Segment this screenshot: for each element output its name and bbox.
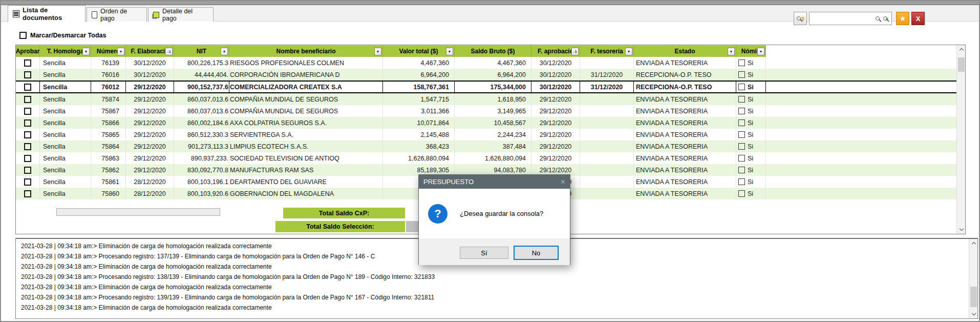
approve-checkbox[interactable] <box>24 167 31 174</box>
filter-dropdown-icon[interactable]: ▼ <box>728 48 735 55</box>
table-row[interactable]: Sencilla7601229/12/2020900,152,737.6COME… <box>16 80 965 93</box>
cell-aprobar[interactable] <box>16 69 40 80</box>
cell-aprobar[interactable] <box>16 105 40 117</box>
approve-checkbox[interactable] <box>24 71 31 78</box>
column-header-n-mero[interactable]: Número▼ <box>91 45 126 57</box>
favorite-button[interactable]: ★ <box>896 12 909 25</box>
table-row[interactable]: Sencilla7587429/12/2020860,037,013.6COMP… <box>16 93 965 105</box>
column-header-f-tesorer-a[interactable]: F. tesorería▼ <box>580 45 634 57</box>
tab-lista-de-documentos[interactable]: Lista de documentos <box>8 5 86 22</box>
cell-aprobar[interactable] <box>16 176 40 188</box>
table-row[interactable]: Sencilla7586629/12/2020860,002,184.6AXA … <box>16 117 965 129</box>
nomina-checkbox[interactable] <box>738 167 745 173</box>
cell-aprobar[interactable] <box>16 152 40 164</box>
approve-checkbox[interactable] <box>24 178 31 186</box>
approve-checkbox[interactable] <box>24 84 31 91</box>
nomina-label: Si <box>748 71 753 78</box>
nomina-label: Si <box>748 119 753 127</box>
cell-beneficiario: SOCIEDAD TELEVISION DE ANTIOQ <box>229 152 383 164</box>
cell-estado: ENVIADA A TESORERIA <box>634 152 736 164</box>
table-row[interactable]: Sencilla7601630/12/202044,444,404.CORPOR… <box>16 69 965 80</box>
approve-checkbox[interactable] <box>24 108 31 115</box>
approve-checkbox[interactable] <box>24 131 31 138</box>
no-button[interactable]: No <box>514 246 559 260</box>
column-header-f-aprobaci-[interactable]: F. aprobació↓1 <box>531 45 580 57</box>
column-header-nit[interactable]: NIT▼ <box>174 45 229 57</box>
nomina-checkbox[interactable] <box>738 143 745 150</box>
cell-aprobar[interactable] <box>16 188 40 199</box>
cell-aprobar[interactable] <box>16 117 40 129</box>
cell-aprobar[interactable] <box>16 140 40 152</box>
sort-icon[interactable]: ↓1 <box>571 48 579 55</box>
nomina-checkbox[interactable] <box>738 96 745 103</box>
tab-orden-de-pago[interactable]: Orden de pago <box>87 7 147 22</box>
filter-dropdown-icon[interactable]: ▼ <box>446 48 453 55</box>
column-header-aprobar[interactable]: Aprobar <box>16 45 40 57</box>
table-row[interactable]: Sencilla7586729/12/2020860,037,013.6COMP… <box>16 105 965 117</box>
cell-saldo: 3,149,965 <box>455 105 531 117</box>
filter-dropdown-icon[interactable]: ▼ <box>117 48 124 55</box>
table-row[interactable]: Sencilla7586329/12/2020890,937,233.SOCIE… <box>16 152 965 164</box>
filter-dropdown-icon[interactable]: ▼ <box>82 48 90 55</box>
column-header-estado[interactable]: Estado▼ <box>634 45 736 57</box>
dialog-close-icon[interactable]: × <box>561 178 565 186</box>
yes-button[interactable]: Sí <box>460 247 508 259</box>
filter-dropdown-icon[interactable]: ▼ <box>625 48 632 55</box>
filter-dropdown-icon[interactable]: ▼ <box>374 48 381 55</box>
column-header-saldo-bruto-[interactable]: Saldo Bruto ($) <box>455 45 531 57</box>
sort-icon[interactable]: ↓1 <box>165 48 173 55</box>
approve-checkbox[interactable] <box>24 190 31 197</box>
column-header-f-elaboraci-[interactable]: F. Elaboració↓1 <box>126 45 174 57</box>
approve-checkbox[interactable] <box>24 119 31 127</box>
search-input[interactable] <box>809 12 876 25</box>
filter-dropdown-icon[interactable]: ▼ <box>757 48 764 55</box>
nomina-checkbox[interactable] <box>738 71 745 78</box>
scroll-down-arrow[interactable] <box>957 225 966 234</box>
nomina-checkbox[interactable] <box>738 178 745 185</box>
nomina-checkbox[interactable] <box>738 190 745 197</box>
table-scrollbar[interactable] <box>956 45 965 234</box>
cell-aprobar[interactable] <box>16 93 40 105</box>
approve-checkbox[interactable] <box>24 143 31 150</box>
search-icon[interactable] <box>876 16 880 21</box>
column-header-t-homologa[interactable]: T. Homologa▼ <box>40 45 91 57</box>
tab-label: Detalle del pago <box>162 8 208 22</box>
search-next-icon[interactable]: » <box>883 16 888 22</box>
cell-f_tesoreria <box>580 93 634 105</box>
approve-checkbox[interactable] <box>24 59 31 67</box>
cell-aprobar[interactable] <box>16 57 40 69</box>
nomina-checkbox[interactable] <box>738 131 745 138</box>
scroll-up-arrow[interactable] <box>969 239 978 248</box>
scroll-up-arrow[interactable] <box>957 45 966 54</box>
filter-dropdown-icon[interactable]: ▼ <box>221 48 228 55</box>
scroll-down-arrow[interactable] <box>969 310 978 318</box>
column-header-n-min[interactable]: Nómin▼ <box>736 45 766 57</box>
approve-checkbox[interactable] <box>24 155 31 162</box>
nomina-checkbox[interactable] <box>738 59 745 66</box>
log-scrollbar[interactable] <box>969 239 977 318</box>
nomina-checkbox[interactable] <box>738 84 745 90</box>
column-header-valor-total-[interactable]: Valor total ($)▼ <box>383 45 455 57</box>
nomina-checkbox[interactable] <box>738 108 745 114</box>
table-row[interactable]: Sencilla7586429/12/2020901,273,113.3LIMP… <box>16 140 965 152</box>
nomina-checkbox[interactable] <box>738 155 745 162</box>
table-row[interactable]: Sencilla7586529/12/2020860,512,330.3SERV… <box>16 129 965 140</box>
cell-aprobar[interactable] <box>16 164 40 176</box>
cell-f_elaboracion: 29/12/2020 <box>126 140 174 152</box>
table-row[interactable]: Sencilla7613930/12/2020800,226,175.3RIES… <box>16 57 965 69</box>
tab-detalle-del-pago[interactable]: Detalle del pago <box>148 7 214 22</box>
scrollbar-thumb[interactable] <box>958 57 965 72</box>
page-icon <box>92 11 97 18</box>
cell-nit: 860,002,184.6 <box>174 117 229 129</box>
cell-aprobar[interactable] <box>16 82 40 92</box>
close-button[interactable]: X <box>911 12 925 25</box>
search-refresh-button[interactable] <box>794 12 807 25</box>
nomina-checkbox[interactable] <box>738 119 745 126</box>
cell-nit: 800,103,196.1 <box>174 176 229 188</box>
approve-checkbox[interactable] <box>24 96 31 103</box>
dialog-title-bar[interactable]: PRESUPUESTO × <box>419 175 570 189</box>
select-all-checkbox[interactable] <box>19 32 27 39</box>
cell-aprobar[interactable] <box>16 129 40 140</box>
column-header-nombre-beneficiario[interactable]: Nombre beneficiario▼ <box>229 45 383 57</box>
scrollbar-thumb[interactable] <box>970 287 977 307</box>
